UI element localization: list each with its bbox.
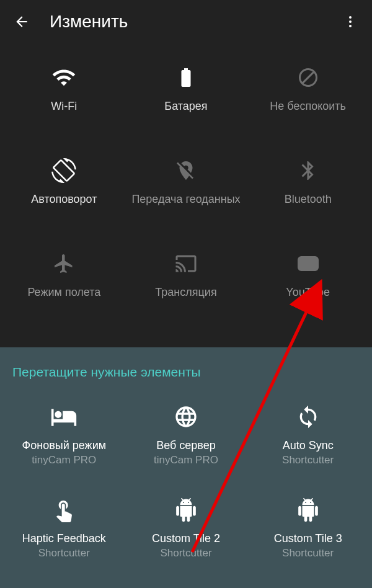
tile-sublabel: tinyCam PRO	[154, 454, 218, 466]
tile-background-mode[interactable]: Фоновый режим tinyCam PRO	[6, 395, 122, 482]
tile-auto-sync[interactable]: Auto Sync Shortcutter	[250, 395, 366, 482]
tile-custom-3[interactable]: Custom Tile 3 Shortcutter	[250, 488, 366, 575]
header: Изменить	[0, 0, 372, 43]
tile-label: Не беспокоить	[270, 99, 346, 114]
tile-sublabel: Shortcutter	[282, 454, 334, 466]
globe-icon	[170, 401, 202, 432]
touch-icon	[48, 494, 79, 525]
svg-rect-3	[298, 256, 319, 271]
battery-icon	[170, 62, 202, 93]
more-vert-icon	[343, 14, 358, 29]
tile-label: Режим полета	[27, 285, 100, 300]
svg-point-0	[349, 16, 352, 19]
dnd-icon	[293, 62, 324, 93]
tile-autorotate[interactable]: Автоповорот	[6, 149, 122, 236]
tile-haptic-feedback[interactable]: Haptic Feedback Shortcutter	[6, 488, 122, 575]
tile-label: Custom Tile 2	[152, 532, 220, 546]
tile-label: Трансляция	[155, 285, 216, 300]
tile-label: Веб сервер	[156, 439, 216, 453]
arrow-back-icon	[14, 14, 30, 30]
tile-dnd[interactable]: Не беспокоить	[250, 56, 366, 143]
more-button[interactable]	[341, 12, 360, 31]
page-title: Изменить	[50, 12, 341, 32]
tile-label: Передача геоданных	[131, 192, 240, 207]
tile-sublabel: Shortcutter	[282, 547, 334, 559]
wifi-icon	[48, 62, 79, 93]
tile-label: Haptic Feedback	[22, 532, 106, 546]
tile-sublabel: Shortcutter	[38, 547, 90, 559]
cast-icon	[170, 248, 202, 279]
tile-battery[interactable]: Батарея	[128, 56, 244, 143]
location-off-icon	[170, 155, 202, 186]
back-button[interactable]	[12, 12, 31, 31]
tile-label: Auto Sync	[283, 439, 334, 453]
tile-sublabel: Shortcutter	[160, 547, 211, 559]
bed-icon	[48, 401, 79, 432]
svg-point-2	[349, 25, 352, 27]
available-tiles-section: Перетащите нужные элементы Фоновый режим…	[0, 347, 372, 588]
tile-airplane[interactable]: Режим полета	[6, 242, 122, 329]
drag-section-title: Перетащите нужные элементы	[6, 360, 366, 395]
tile-label: YouTube	[286, 285, 330, 300]
bluetooth-icon	[293, 155, 324, 186]
tile-label: Автоповорот	[31, 192, 97, 207]
tile-custom-2[interactable]: Custom Tile 2 Shortcutter	[128, 488, 244, 575]
tile-label: Custom Tile 3	[274, 532, 342, 546]
tile-label: Wi-Fi	[51, 99, 77, 114]
android-icon	[293, 494, 324, 525]
tile-bluetooth[interactable]: Bluetooth	[250, 149, 366, 236]
tile-sublabel: tinyCam PRO	[32, 454, 96, 466]
tile-location[interactable]: Передача геоданных	[128, 149, 244, 236]
sync-icon	[293, 401, 324, 432]
tile-label: Bluetooth	[285, 192, 332, 207]
tile-web-server[interactable]: Веб сервер tinyCam PRO	[128, 395, 244, 482]
android-icon	[170, 494, 202, 525]
active-tiles-grid: Wi-Fi Батарея Не беспокоить Автоповорот	[0, 43, 372, 347]
youtube-icon	[293, 248, 324, 279]
tile-label: Батарея	[164, 99, 207, 114]
tile-label: Фоновый режим	[22, 439, 107, 453]
tile-youtube[interactable]: YouTube	[250, 242, 366, 329]
svg-point-1	[349, 20, 352, 23]
tile-wifi[interactable]: Wi-Fi	[6, 56, 122, 143]
tile-cast[interactable]: Трансляция	[128, 242, 244, 329]
airplane-icon	[48, 248, 79, 279]
rotate-icon	[48, 155, 79, 186]
